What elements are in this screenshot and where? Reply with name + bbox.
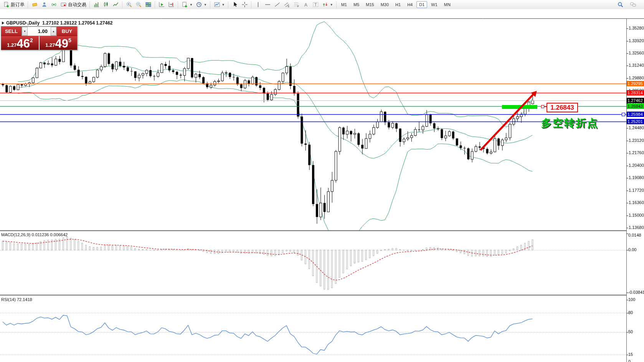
signals-button[interactable] xyxy=(49,1,59,8)
price-level-label: 1.25201 xyxy=(627,119,644,124)
price-level-label: 1.26843 xyxy=(627,104,644,109)
timeframe-button-H1[interactable]: H1 xyxy=(393,1,403,8)
timeframe-button-M5[interactable]: M5 xyxy=(351,1,362,8)
timeframe-group: M1M5M15M30H1H4D1W1MN xyxy=(339,1,453,8)
price-axis-tick: 1.32560 xyxy=(629,51,644,55)
text-a-icon: A xyxy=(303,2,309,8)
price-note-box[interactable]: 1.26843 xyxy=(547,103,578,112)
price-axis-tick: 1.35280 xyxy=(629,26,644,30)
mt4-window: 新订单 自动交易 ▼ ▼ ▼ E F A T xyxy=(0,0,644,362)
candlestick-icon xyxy=(103,2,109,8)
chart-overlay: GBPUSD-,Daily 1.27102 1.28122 1.27054 1.… xyxy=(0,9,644,362)
crosshair-tool-button[interactable] xyxy=(240,1,249,8)
toolbar-separator xyxy=(28,2,28,8)
hline-tool-button[interactable] xyxy=(263,1,272,8)
signal-icon xyxy=(51,2,57,8)
timeframe-button-M30[interactable]: M30 xyxy=(378,1,391,8)
toolbar-separator xyxy=(155,2,155,8)
new-order-label: 新订单 xyxy=(11,2,25,8)
main-toolbar: 新订单 自动交易 ▼ ▼ ▼ E F A T xyxy=(0,0,644,9)
trendline-tool-button[interactable] xyxy=(272,1,282,8)
price-level-label: 1.25984 xyxy=(627,112,644,117)
autotrading-button[interactable]: 自动交易 xyxy=(59,1,88,9)
autotrading-icon xyxy=(60,2,67,8)
price-axis-tick: 1.29880 xyxy=(629,76,644,80)
market-watch-button[interactable] xyxy=(30,1,40,8)
timeframe-button-M1[interactable]: M1 xyxy=(339,1,350,8)
buy-price-sup: 5 xyxy=(68,37,71,43)
timeframe-button-W1[interactable]: W1 xyxy=(428,1,440,8)
label-tool-button[interactable]: T xyxy=(311,1,320,8)
sell-price-big: 46 xyxy=(17,38,30,49)
profile-button[interactable] xyxy=(40,1,49,8)
price-axis-tick: 1.31240 xyxy=(629,63,644,67)
volume-stepper: ▼ 1.00 ▲ xyxy=(21,26,57,36)
macd-axis-label: 0.0148 xyxy=(628,233,641,237)
price-axis-tick: 1.33920 xyxy=(629,38,644,43)
volume-increase-button[interactable]: ▲ xyxy=(51,27,56,36)
chart-title: GBPUSD-,Daily 1.27102 1.28122 1.27054 1.… xyxy=(2,20,113,26)
price-axis-tick: 1.20400 xyxy=(629,163,644,168)
text-tool-button[interactable]: A xyxy=(301,1,311,8)
search-icon[interactable] xyxy=(617,2,624,8)
bar-chart-mode-button[interactable] xyxy=(92,1,101,8)
trendline-icon xyxy=(274,2,281,8)
zoom-out-icon xyxy=(135,2,142,8)
timeframe-button-H4[interactable]: H4 xyxy=(405,1,415,8)
timeframe-button-D1[interactable]: D1 xyxy=(416,1,427,8)
volume-value[interactable]: 1.00 xyxy=(28,27,51,36)
price-axis-tick: 1.23120 xyxy=(629,138,644,143)
cursor-tool-button[interactable] xyxy=(230,1,240,8)
fibonacci-icon: F xyxy=(293,2,300,8)
zoom-in-button[interactable] xyxy=(124,1,134,8)
periods-button[interactable]: ▼ xyxy=(194,1,208,8)
rsi-axis-label: 100 xyxy=(628,297,635,302)
sell-button[interactable]: SELL xyxy=(1,26,21,36)
fibonacci-tool-button[interactable]: F xyxy=(292,1,301,8)
templates-button[interactable]: ▼ xyxy=(212,1,226,8)
line-chart-icon xyxy=(112,2,119,8)
line-chart-mode-button[interactable] xyxy=(111,1,121,8)
new-chart-icon xyxy=(182,2,188,8)
symbol-period-label: GBPUSD-,Daily xyxy=(6,20,40,26)
crosshair-icon xyxy=(241,2,248,8)
trend-arrow[interactable] xyxy=(480,94,534,151)
price-axis-tick: 1.21760 xyxy=(629,150,644,155)
vline-tool-button[interactable] xyxy=(253,1,263,8)
text-label-icon: T xyxy=(312,2,319,8)
new-chart-button[interactable]: ▼ xyxy=(180,1,194,8)
price-level-label: 1.27462 xyxy=(627,98,644,103)
price-axis-tick: 1.16360 xyxy=(629,200,644,205)
buy-button[interactable]: BUY xyxy=(57,26,77,36)
channel-tool-button[interactable]: E xyxy=(282,1,292,8)
buy-price-display[interactable]: 1.27495 xyxy=(39,36,77,50)
rsi-axis-label: 80 xyxy=(628,310,633,315)
chat-icon[interactable] xyxy=(630,2,636,8)
hline-selection-handle[interactable] xyxy=(622,113,625,116)
cursor-icon xyxy=(232,2,238,8)
vertical-line-icon xyxy=(255,2,261,8)
shapes-tool-button[interactable]: ▼ xyxy=(320,1,335,8)
dropdown-caret-icon: ▼ xyxy=(330,3,333,7)
price-axis-tick: 1.13680 xyxy=(629,225,644,230)
chart-shift-button[interactable] xyxy=(167,1,176,8)
timeframe-button-M15[interactable]: M15 xyxy=(363,1,376,8)
toolbar-separator xyxy=(89,2,90,8)
expand-marker-icon[interactable] xyxy=(2,21,4,25)
tile-windows-button[interactable] xyxy=(144,1,153,8)
sell-price-display[interactable]: 1.27462 xyxy=(1,36,39,50)
rsi-axis-label: 0 xyxy=(628,359,631,362)
candlestick-mode-button[interactable] xyxy=(101,1,111,8)
zoom-out-button[interactable] xyxy=(134,1,144,8)
timeframe-button-MN[interactable]: MN xyxy=(441,1,453,8)
chart-shift-icon xyxy=(168,2,175,8)
turning-point-note[interactable]: 多空转折点 xyxy=(541,116,599,130)
auto-scroll-button[interactable] xyxy=(157,1,167,8)
price-axis-tick: 1.17720 xyxy=(629,188,644,193)
spinner-down-icon: ▼ xyxy=(23,30,26,33)
rsi-indicator-label: RSI(14) 72.1418 xyxy=(1,297,32,302)
clock-icon xyxy=(196,2,202,8)
new-order-button[interactable]: 新订单 xyxy=(2,1,26,9)
price-level-label: 1.29295 xyxy=(627,81,644,86)
volume-decrease-button[interactable]: ▼ xyxy=(22,27,28,36)
